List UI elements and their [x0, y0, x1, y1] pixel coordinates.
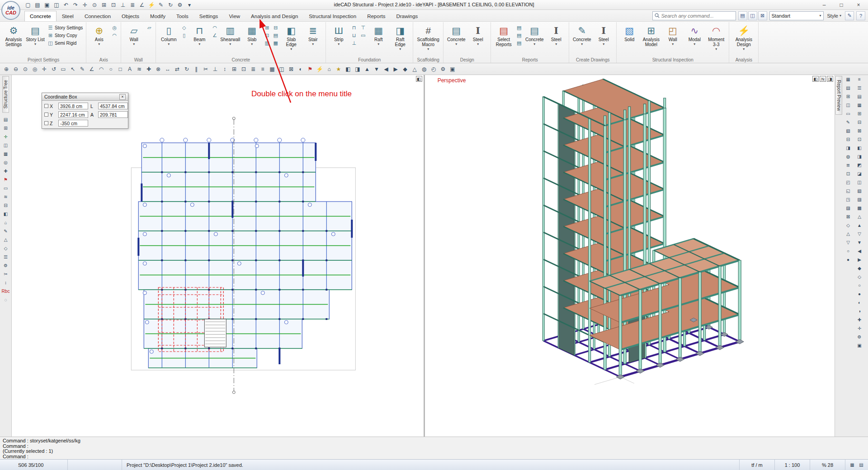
pile-cap-button[interactable]: ⊤ — [359, 24, 367, 31]
group-icon[interactable]: ◫ — [277, 65, 286, 74]
corner-bl-icon[interactable]: ◱ — [844, 187, 853, 195]
slab-tool-2-button[interactable]: ⊟ — [272, 24, 280, 31]
structure-tree-icon[interactable]: ▤ — [1, 115, 10, 124]
align-icon[interactable]: ≡ — [258, 65, 267, 74]
design-steel-button[interactable]: I Steel ▾ — [467, 23, 488, 56]
tab-steel[interactable]: Steel — [57, 11, 79, 21]
strip-button[interactable]: Ш Strip ▾ — [328, 23, 349, 56]
floor-plan-canvas[interactable] — [12, 75, 424, 437]
slab-icon[interactable]: ▦ — [1, 150, 10, 158]
new-file-icon[interactable]: ▢ — [24, 0, 33, 9]
close-box-icon[interactable]: ⊠ — [844, 212, 853, 221]
minus-icon[interactable]: ⊟ — [1, 201, 10, 210]
mat-button[interactable]: ▭ — [359, 32, 367, 39]
analysis-settings-button[interactable]: ⚙ Analysis Settings — [3, 23, 24, 56]
slab-tool-1-button[interactable]: ⊞ — [263, 24, 271, 31]
inspection-wall-button[interactable]: ◰ Wall ▾ — [662, 23, 683, 56]
list-icon[interactable]: ☰ — [1, 253, 10, 261]
y-checkbox[interactable]: Y — [44, 112, 56, 118]
arc-icon[interactable]: ◠ — [97, 65, 106, 74]
command-panel[interactable]: Command : storyset/katgenel/ss/kgCommand… — [0, 437, 868, 459]
story-settings-button[interactable]: ☰Story Settings — [47, 24, 84, 31]
slab-button[interactable]: ▦ Slab ▾ — [241, 23, 262, 56]
tri-up-solid-icon[interactable]: ▲ — [855, 221, 864, 230]
rotate-icon[interactable]: ↻ — [182, 65, 191, 74]
grid-icon[interactable]: ⊞ — [844, 92, 853, 101]
slab-tool-4-button[interactable]: ▤ — [272, 32, 280, 39]
split-icon[interactable]: ◫ — [855, 178, 864, 187]
slab-tool-5-button[interactable]: ▥ — [263, 39, 271, 47]
paint-icon[interactable]: ◐ — [296, 65, 305, 74]
pane-view-icon[interactable]: ◧ — [812, 76, 819, 82]
beam-button[interactable]: ⊓ Beam ▾ — [189, 23, 210, 56]
diamond-icon[interactable]: ◇ — [844, 221, 853, 230]
tri-up-icon[interactable]: △ — [844, 230, 853, 238]
section-icon[interactable]: ◫ — [1, 141, 10, 150]
tri-down-icon[interactable]: ▽ — [855, 230, 864, 238]
modal-button[interactable]: ∿ Modal ▾ — [684, 23, 705, 56]
north-arrow-icon[interactable]: N — [820, 76, 826, 82]
up-icon[interactable]: ▲ — [363, 65, 372, 74]
diamond-icon[interactable]: ◇ — [1, 244, 10, 253]
raft-edge-button[interactable]: ◨ Raft Edge ▾ — [390, 23, 410, 56]
draw-line-icon[interactable]: ✎ — [78, 65, 87, 74]
snap-icon[interactable]: ⊡ — [844, 169, 853, 178]
zoom-out-icon[interactable]: ⊖ — [11, 65, 20, 74]
continuous-footing-button[interactable]: ⊔ — [350, 32, 358, 39]
select-icon[interactable]: ▭ — [844, 109, 853, 118]
reports-concrete-button[interactable]: ▤ Concrete ▾ — [524, 23, 545, 56]
tab-reports[interactable]: Reports — [362, 11, 391, 21]
grid-icon[interactable]: ⊞ — [855, 109, 864, 118]
measure-icon[interactable]: ∠ — [137, 0, 146, 9]
wall-button[interactable]: ▱ Wall ▾ — [123, 23, 144, 56]
cut-icon[interactable]: ✂ — [1, 270, 10, 278]
shade-icon[interactable]: ▧ — [855, 187, 864, 195]
drawings-steel-button[interactable]: I Steel ▾ — [593, 23, 614, 56]
flag-icon[interactable]: ⚑ — [1, 175, 10, 184]
column-rotate-button[interactable]: ◇ — [180, 24, 188, 31]
slab-tool-3-button[interactable]: ⊡ — [263, 32, 271, 39]
minus-icon[interactable]: ⊟ — [855, 118, 864, 127]
reports-steel-button[interactable]: I Steel ▾ — [546, 23, 566, 56]
star-icon[interactable]: ★ — [334, 65, 343, 74]
dense-icon[interactable]: ▩ — [855, 204, 864, 212]
y-coordinate-field[interactable]: 2247.16 cm — [58, 111, 88, 118]
layers-icon[interactable]: ≣ — [128, 0, 137, 9]
moment-3-3-button[interactable]: ◠ Moment 3-3 ▾ — [706, 23, 726, 56]
half-right-icon[interactable]: ◨ — [844, 144, 853, 152]
refresh-icon[interactable]: ↻ — [166, 0, 175, 9]
perspective-3d-canvas[interactable] — [425, 75, 835, 437]
orbit-icon[interactable]: ↺ — [49, 65, 58, 74]
redo-icon[interactable]: ↷ — [71, 0, 80, 9]
standart-combo[interactable]: Standart ▾ — [769, 11, 824, 20]
command-search-box[interactable] — [652, 11, 736, 20]
offset-icon[interactable]: ∥ — [192, 65, 201, 74]
stretch-icon[interactable]: ↕ — [1, 278, 10, 287]
undo-icon[interactable]: ↶ — [61, 0, 71, 9]
scale-indicator[interactable]: 1 : 100 — [775, 460, 810, 470]
tab-concrete[interactable]: Concrete — [24, 11, 57, 21]
minimize-button[interactable]: – — [816, 0, 833, 9]
node-delete-icon[interactable]: ⊗ — [154, 65, 163, 74]
mesh-icon[interactable]: ▦ — [844, 75, 853, 84]
tab-tools[interactable]: Tools — [171, 11, 194, 21]
tab-connection[interactable]: Connection — [79, 11, 116, 21]
design-concrete-button[interactable]: ▤ Concrete ▾ — [446, 23, 467, 56]
hatch-icon[interactable]: ≋ — [135, 65, 144, 74]
raft-button[interactable]: ▦ Raft ▾ — [368, 23, 389, 56]
pane-split-icon[interactable]: ◨ — [827, 76, 833, 82]
layers-icon[interactable]: ▤ — [855, 92, 864, 101]
zoom-in-icon[interactable]: ⊕ — [2, 65, 11, 74]
perpendicular-icon[interactable]: ⊥ — [211, 65, 220, 74]
hatch-icon[interactable]: ≋ — [1, 193, 10, 201]
tab-view[interactable]: View — [223, 11, 245, 21]
maximize-pane-icon[interactable]: ◧ — [416, 76, 422, 82]
list-icon[interactable]: ☰ — [855, 84, 864, 92]
stair-button[interactable]: ≣ Stair ▾ — [302, 23, 323, 56]
x-checkbox[interactable]: X — [44, 103, 56, 109]
stack-icon[interactable]: ≣ — [844, 161, 853, 169]
help-icon[interactable]: ? — [856, 11, 865, 20]
mail-icon[interactable]: ⊠ — [758, 11, 767, 20]
node-add-icon[interactable]: ✚ — [144, 65, 153, 74]
clock-icon[interactable]: ◴ — [429, 65, 438, 74]
